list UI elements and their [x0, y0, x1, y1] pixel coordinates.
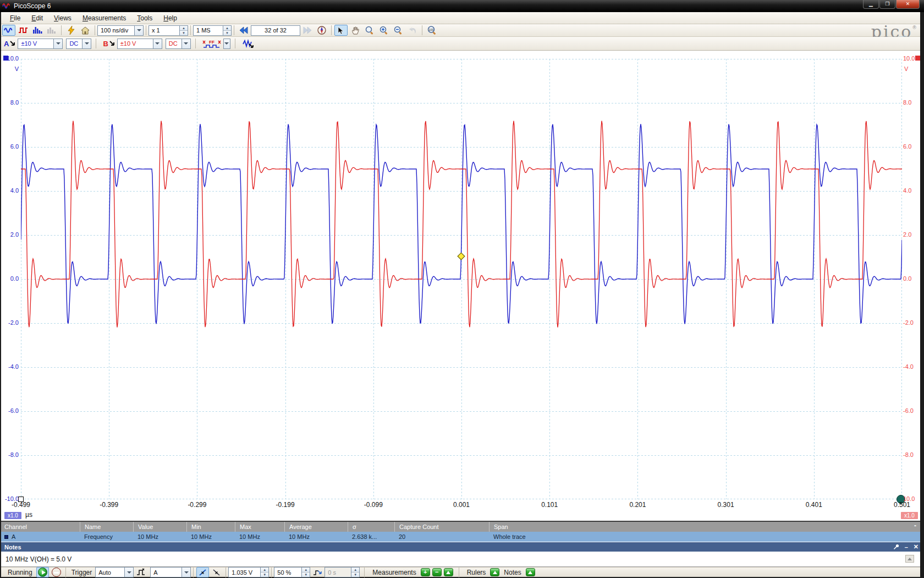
- measurements-panel-button[interactable]: [444, 568, 453, 576]
- pan-tool-button[interactable]: [349, 25, 362, 36]
- digital-inputs-dropdown[interactable]: [223, 39, 230, 49]
- chevron-down-icon[interactable]: [182, 568, 190, 577]
- channel-b-coupling-select[interactable]: DC: [166, 39, 191, 49]
- chevron-down-icon[interactable]: [53, 39, 62, 48]
- channel-b-range-select[interactable]: ±10 V: [117, 39, 162, 49]
- x-axis-multiplier-left[interactable]: x1.0: [4, 512, 21, 519]
- post-trigger-arrow-button[interactable]: [311, 567, 324, 578]
- notes-scroll-up-button[interactable]: [905, 555, 914, 563]
- buffer-navigator-button[interactable]: [315, 25, 328, 36]
- measurements-label: Measurements: [372, 569, 416, 576]
- menu-help[interactable]: Help: [158, 13, 183, 24]
- channel-a-range-select[interactable]: ±10 V: [18, 39, 63, 49]
- spectrum-view-button[interactable]: [31, 25, 44, 36]
- chevron-down-icon[interactable]: [124, 568, 133, 577]
- rising-edge-button[interactable]: [196, 567, 209, 577]
- stop-icon: [52, 568, 61, 577]
- notes-text[interactable]: 10 MHz V(OH) = 5.0 V: [6, 555, 72, 563]
- sample-count-stepper[interactable]: 1 MS ▲▼: [193, 25, 232, 36]
- close-button[interactable]: ✕: [896, 0, 920, 9]
- channel-a-coupling-select[interactable]: DC: [66, 39, 91, 49]
- zoom-factor-stepper[interactable]: x 1 ▲▼: [148, 25, 188, 36]
- spinner-arrows[interactable]: ▲▼: [351, 568, 359, 577]
- buffer-previous-button[interactable]: [237, 25, 250, 36]
- auto-setup-button[interactable]: [64, 25, 78, 36]
- zoom-out-tool-button[interactable]: [392, 25, 405, 36]
- measurements-collapse-button[interactable]: -: [914, 522, 916, 530]
- trigger-level-stepper[interactable]: 1.035 V ▲▼: [228, 567, 269, 577]
- pointer-tool-button[interactable]: [334, 25, 348, 36]
- notes-panel-titlebar[interactable]: Notes – ✕: [0, 542, 924, 552]
- chevron-down-icon[interactable]: [153, 39, 162, 48]
- measurements-column-header[interactable]: Span: [489, 522, 924, 532]
- channel-a-probe-icon[interactable]: [10, 41, 15, 46]
- scope-view-button[interactable]: [2, 25, 15, 36]
- zoom-100-button[interactable]: 100: [425, 25, 438, 36]
- home-button[interactable]: [79, 25, 92, 36]
- menu-file[interactable]: File: [4, 13, 26, 24]
- notes-content[interactable]: 10 MHz V(OH) = 5.0 V: [0, 552, 924, 567]
- signal-generator-button[interactable]: [240, 38, 257, 49]
- trigger-delay-stepper[interactable]: 0 s ▲▼: [324, 567, 360, 577]
- y-axis-label-right: 6.0: [903, 143, 921, 150]
- start-capture-button[interactable]: [36, 567, 49, 577]
- menu-measurements[interactable]: Measurements: [77, 13, 131, 24]
- pre-trigger-stepper[interactable]: 50 % ▲▼: [274, 567, 310, 577]
- waveform-plot[interactable]: [21, 59, 902, 499]
- zoom-box-tool-button[interactable]: [363, 25, 376, 36]
- spinner-arrows[interactable]: ▲▼: [260, 568, 268, 577]
- buffer-next-button[interactable]: [301, 25, 314, 36]
- trigger-marker-diamond[interactable]: [458, 253, 465, 260]
- measurements-column-header[interactable]: Average: [284, 522, 348, 532]
- trigger-source-select[interactable]: A: [150, 567, 191, 577]
- measurements-column-header[interactable]: Min: [186, 522, 235, 532]
- title-bar[interactable]: PicoScope 6 ▁ ❐ ✕: [0, 0, 924, 12]
- menu-edit[interactable]: Edit: [26, 13, 48, 24]
- falling-edge-button[interactable]: [210, 567, 223, 577]
- spinner-arrows[interactable]: ▲▼: [179, 26, 188, 35]
- measurements-column-header[interactable]: σ: [348, 522, 394, 532]
- timebase-select[interactable]: 100 ns/div: [97, 25, 144, 36]
- square-wave-view-button[interactable]: [16, 25, 30, 36]
- y-axis-label-right: 0.0: [903, 275, 921, 282]
- channel-b-coupling-value: DC: [166, 40, 182, 47]
- y-axis-label-left: 8.0: [1, 99, 19, 106]
- persistence-mode-button[interactable]: [45, 25, 58, 36]
- measurement-row[interactable]: AFrequency10 MHz10 MHz10 MHz10 MHz2.638 …: [0, 532, 924, 542]
- notes-minimize-icon[interactable]: –: [905, 544, 908, 550]
- menu-tools[interactable]: Tools: [131, 13, 158, 24]
- buffer-position-box[interactable]: 32 of 32: [251, 25, 300, 36]
- y-axis-label-right: -2.0: [903, 319, 921, 326]
- measurements-column-header[interactable]: Name: [80, 522, 133, 532]
- stop-capture-button[interactable]: [50, 567, 63, 577]
- undo-zoom-button[interactable]: [406, 25, 419, 36]
- measurements-column-header[interactable]: Value: [133, 522, 186, 532]
- trigger-mode-select[interactable]: Auto: [95, 567, 134, 577]
- measurements-column-header[interactable]: Capture Count: [394, 522, 489, 532]
- chevron-down-icon[interactable]: [134, 26, 143, 35]
- window-frame-right: [920, 12, 924, 578]
- digital-inputs-button[interactable]: FF: [201, 38, 223, 49]
- spinner-arrows[interactable]: ▲▼: [223, 26, 231, 35]
- channel-b-probe-icon[interactable]: [109, 41, 115, 46]
- measurements-column-header[interactable]: Channel: [0, 522, 80, 532]
- remove-measurement-button[interactable]: −: [432, 568, 442, 576]
- notes-close-icon[interactable]: ✕: [914, 543, 919, 550]
- chevron-down-icon[interactable]: [82, 39, 91, 48]
- spinner-arrows[interactable]: ▲▼: [301, 568, 310, 577]
- zoom-in-tool-button[interactable]: [377, 25, 391, 36]
- y-axis-label-left: -8.0: [1, 451, 19, 459]
- menu-views[interactable]: Views: [48, 13, 77, 24]
- x-axis-multiplier-right[interactable]: x1.0: [901, 512, 918, 519]
- rulers-panel-button[interactable]: [490, 568, 499, 576]
- measurements-column-header[interactable]: Max: [235, 522, 284, 532]
- advanced-trigger-button[interactable]: [134, 567, 147, 578]
- restore-button[interactable]: ❐: [879, 0, 895, 9]
- chevron-down-icon[interactable]: [182, 39, 190, 48]
- measurements-table: ChannelNameValueMinMaxAverageσCapture Co…: [0, 521, 924, 542]
- pin-icon[interactable]: [893, 544, 899, 550]
- notes-panel-button[interactable]: [526, 568, 535, 576]
- scope-view[interactable]: V V x1.0 x1.0 µs 10.08.06.04.02.00.0-2.0…: [0, 51, 924, 521]
- minimize-button[interactable]: ▁: [863, 0, 879, 9]
- add-measurement-button[interactable]: +: [421, 568, 430, 576]
